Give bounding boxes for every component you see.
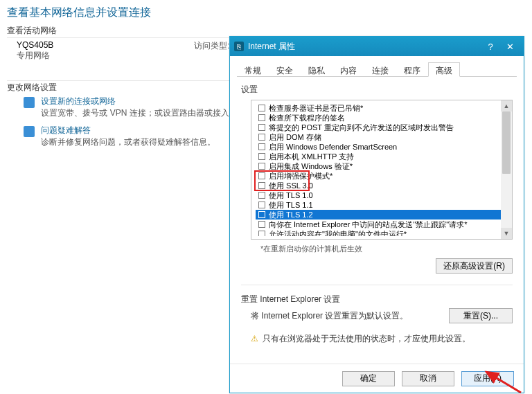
new-connection-desc: 设置宽带、拨号或 VPN 连接；或设置路由器或接入点。 bbox=[41, 107, 245, 119]
troubleshoot-desc: 诊断并修复网络问题，或者获得疑难解答信息。 bbox=[41, 136, 215, 148]
settings-item-label: 启用集成 Windows 验证* bbox=[269, 161, 353, 171]
settings-item-label: 启用增强保护模式* bbox=[269, 171, 332, 181]
settings-item[interactable]: 启用 DOM 存储 bbox=[256, 132, 501, 142]
checkbox-icon[interactable] bbox=[258, 172, 265, 179]
warning-icon: ⚠ bbox=[251, 334, 258, 343]
settings-item[interactable]: 启用集成 Windows 验证* bbox=[256, 161, 501, 171]
checkbox-icon[interactable] bbox=[258, 163, 265, 170]
settings-item[interactable]: 使用 TLS 1.0 bbox=[256, 190, 501, 200]
checkbox-icon[interactable] bbox=[258, 182, 265, 189]
apply-button[interactable]: 应用(A) bbox=[461, 371, 514, 386]
ok-button[interactable]: 确定 bbox=[342, 371, 395, 386]
settings-item-label: 使用 SSL 3.0 bbox=[269, 181, 313, 190]
reset-warning: ⚠只有在浏览器处于无法使用的状态时，才应使用此设置。 bbox=[251, 333, 513, 345]
settings-item[interactable]: 允许活动内容在"我的电脑"的文件中运行* bbox=[256, 229, 501, 236]
checkbox-icon[interactable] bbox=[258, 211, 265, 218]
reset-warning-text: 只有在浏览器处于无法使用的状态时，才应使用此设置。 bbox=[263, 334, 470, 343]
dialog-title: Internet 属性 bbox=[248, 41, 481, 53]
tab-privacy[interactable]: 隐私 bbox=[301, 62, 332, 77]
tab-general[interactable]: 常规 bbox=[237, 62, 269, 77]
new-connection-link[interactable]: 设置新的连接或网络 bbox=[41, 96, 245, 107]
checkbox-icon[interactable] bbox=[258, 192, 265, 199]
settings-item-label: 检查所下载程序的签名 bbox=[269, 113, 345, 123]
active-net-label: 查看活动网络 bbox=[7, 25, 57, 37]
connection-icon bbox=[24, 97, 35, 108]
settings-item[interactable]: 检查所下载程序的签名 bbox=[256, 113, 501, 123]
page-title: 查看基本网络信息并设置连接 bbox=[7, 6, 151, 20]
settings-item-label: 使用 TLS 1.1 bbox=[269, 200, 313, 210]
network-name: YQS405B bbox=[17, 40, 53, 50]
settings-item[interactable]: 使用 SSL 3.0 bbox=[256, 181, 501, 190]
checkbox-icon[interactable] bbox=[258, 153, 265, 160]
settings-item-label: 启用本机 XMLHTTP 支持 bbox=[269, 152, 354, 161]
settings-item-label: 使用 TLS 1.2 bbox=[269, 210, 313, 220]
reset-desc: 将 Internet Explorer 设置重置为默认设置。 bbox=[251, 310, 449, 322]
settings-item[interactable]: 将提交的 POST 重定向到不允许发送的区域时发出警告 bbox=[256, 123, 501, 132]
reset-section-label: 重置 Internet Explorer 设置 bbox=[241, 285, 513, 305]
scrollbar[interactable]: ▲ ▼ bbox=[501, 100, 512, 239]
restart-note: *在重新启动你的计算机后生效 bbox=[260, 244, 513, 254]
network-type: 专用网络 bbox=[17, 50, 53, 62]
settings-listbox[interactable]: 检查服务器证书是否已吊销*检查所下载程序的签名将提交的 POST 重定向到不允许… bbox=[251, 100, 513, 240]
tab-programs[interactable]: 程序 bbox=[396, 62, 428, 77]
settings-item[interactable]: 启用本机 XMLHTTP 支持 bbox=[256, 152, 501, 161]
checkbox-icon[interactable] bbox=[258, 231, 265, 236]
settings-item[interactable]: 检查服务器证书是否已吊销* bbox=[256, 103, 501, 113]
tab-advanced[interactable]: 高级 bbox=[428, 62, 460, 77]
tabstrip: 常规 安全 隐私 内容 连接 程序 高级 bbox=[237, 62, 517, 77]
settings-item-label: 使用 TLS 1.0 bbox=[269, 190, 313, 200]
troubleshoot-icon bbox=[24, 126, 35, 137]
settings-item[interactable]: 使用 TLS 1.2 bbox=[256, 210, 501, 220]
close-button[interactable]: ✕ bbox=[500, 42, 520, 52]
settings-item[interactable]: 向你在 Internet Explorer 中访问的站点发送"禁止跟踪"请求* bbox=[256, 220, 501, 229]
tab-content[interactable]: 内容 bbox=[332, 62, 364, 77]
checkbox-icon[interactable] bbox=[258, 134, 265, 141]
dialog-footer: 确定 取消 应用(A) bbox=[230, 364, 524, 393]
checkbox-icon[interactable] bbox=[258, 143, 265, 150]
settings-item-label: 检查服务器证书是否已吊销* bbox=[269, 103, 363, 113]
checkbox-icon[interactable] bbox=[258, 114, 265, 121]
checkbox-icon[interactable] bbox=[258, 105, 265, 111]
change-net-label: 更改网络设置 bbox=[7, 82, 57, 93]
settings-item-label: 允许活动内容在"我的电脑"的文件中运行* bbox=[269, 229, 407, 236]
settings-item[interactable]: 启用增强保护模式* bbox=[256, 171, 501, 181]
settings-item-label: 将提交的 POST 重定向到不允许发送的区域时发出警告 bbox=[269, 123, 454, 132]
settings-item[interactable]: 启用 Windows Defender SmartScreen bbox=[256, 142, 501, 152]
settings-item-label: 向你在 Internet Explorer 中访问的站点发送"禁止跟踪"请求* bbox=[269, 220, 468, 229]
checkbox-icon[interactable] bbox=[258, 221, 265, 228]
tab-security[interactable]: 安全 bbox=[269, 62, 301, 77]
help-button[interactable]: ? bbox=[481, 42, 500, 52]
checkbox-icon[interactable] bbox=[258, 124, 265, 131]
settings-label: 设置 bbox=[241, 84, 513, 96]
internet-properties-dialog: ⎘ Internet 属性 ? ✕ 常规 安全 隐私 内容 连接 程序 高级 设… bbox=[229, 36, 524, 393]
restore-defaults-button[interactable]: 还原高级设置(R) bbox=[436, 258, 513, 274]
cancel-button[interactable]: 取消 bbox=[402, 371, 454, 386]
checkbox-icon[interactable] bbox=[258, 202, 265, 208]
access-type-label: 访问类型: bbox=[194, 40, 229, 52]
scroll-down-icon[interactable]: ▼ bbox=[501, 228, 512, 239]
settings-item-label: 启用 Windows Defender SmartScreen bbox=[269, 142, 397, 152]
settings-item-label: 启用 DOM 存储 bbox=[269, 132, 321, 142]
tab-connection[interactable]: 连接 bbox=[364, 62, 396, 77]
titlebar: ⎘ Internet 属性 ? ✕ bbox=[230, 37, 524, 56]
settings-item[interactable]: 使用 TLS 1.1 bbox=[256, 200, 501, 210]
troubleshoot-link[interactable]: 问题疑难解答 bbox=[41, 125, 215, 136]
scroll-up-icon[interactable]: ▲ bbox=[501, 100, 512, 111]
app-icon: ⎘ bbox=[234, 42, 244, 51]
scroll-thumb[interactable] bbox=[502, 111, 511, 174]
reset-button[interactable]: 重置(S)... bbox=[449, 308, 513, 323]
